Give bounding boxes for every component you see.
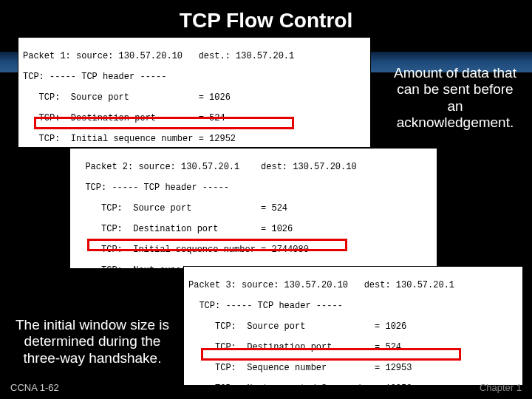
highlight-packet1-window xyxy=(34,117,294,129)
packet-3-srcport: TCP: Source port = 1026 xyxy=(188,321,518,332)
footer-left: CCNA 1-62 xyxy=(10,382,59,393)
packet-2-tcpheader: TCP: ----- TCP header ----- xyxy=(75,183,432,193)
packet-1-srcport: TCP: Source port = 1026 xyxy=(23,92,366,103)
packet-2-dstport: TCP: Destination port = 1026 xyxy=(75,224,432,234)
highlight-packet2-window xyxy=(87,239,347,251)
annotation-window-meaning: Amount of data that can be sent before a… xyxy=(389,65,522,132)
highlight-packet3-window xyxy=(201,348,461,361)
packet-3-tcpheader: TCP: ----- TCP header ----- xyxy=(188,301,518,311)
packet-1-box: Packet 1: source: 130.57.20.10 dest.: 13… xyxy=(18,37,371,148)
packet-1-header: Packet 1: source: 130.57.20.10 dest.: 13… xyxy=(23,51,366,61)
packet-3-seq: TCP: Sequence number = 12953 xyxy=(188,363,518,373)
packet-2-srcport: TCP: Source port = 524 xyxy=(75,203,432,214)
packet-3-box: Packet 3: source: 130.57.20.10 dest: 130… xyxy=(183,266,523,386)
footer-right: Chapter 1 xyxy=(480,382,522,393)
packet-2-header: Packet 2: source: 130.57.20.1 dest: 130.… xyxy=(75,162,432,172)
packet-1-seq: TCP: Initial sequence number = 12952 xyxy=(23,134,366,144)
slide-title: TCP Flow Control xyxy=(0,9,532,33)
packet-3-header: Packet 3: source: 130.57.20.10 dest: 130… xyxy=(188,280,518,290)
packet-3-nextseq: TCP: Next expected Seq number= 12953 xyxy=(188,383,518,394)
packet-1-tcpheader: TCP: ----- TCP header ----- xyxy=(23,72,366,82)
annotation-handshake: The initial window size is determined du… xyxy=(15,317,170,366)
